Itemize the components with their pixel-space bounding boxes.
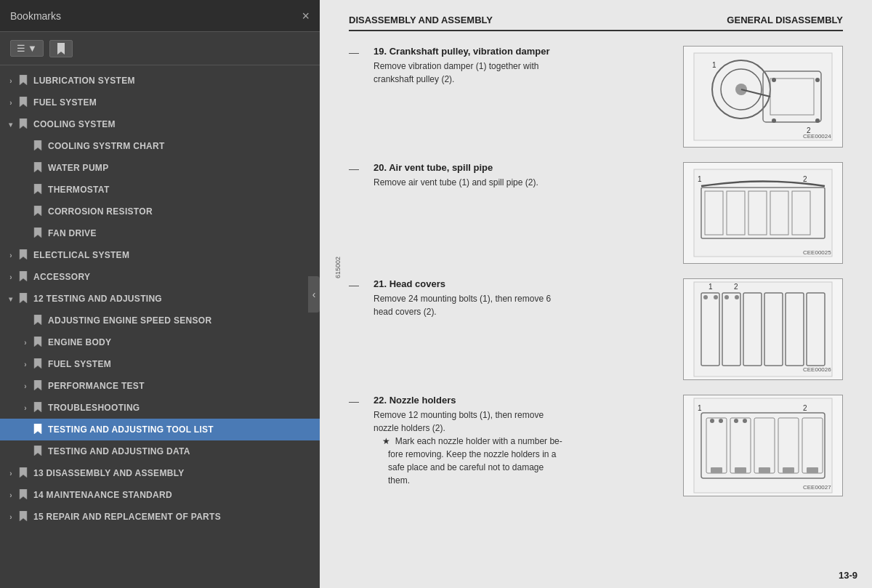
sidebar-item-disassembly[interactable]: 13 DISASSEMBLY AND ASSEMBLY: [0, 462, 320, 484]
sidebar-item-water-pump[interactable]: WATER PUMP: [0, 157, 320, 179]
expand-arrow-fuel-system-1: [6, 97, 16, 108]
svg-point-12: [815, 118, 820, 123]
sidebar-item-label-fuel-system-1: FUEL SYSTEM: [33, 97, 97, 108]
sidebar-item-accessory[interactable]: ACCESSORY: [0, 266, 320, 288]
svg-text:1: 1: [708, 283, 713, 291]
collapse-handle[interactable]: [308, 276, 320, 313]
sidebar-item-fuel-system-1[interactable]: FUEL SYSTEM: [0, 92, 320, 113]
sidebar-item-corrosion[interactable]: CORROSION RESISTOR: [0, 201, 320, 222]
section-21: — 21. Head covers Remove 24 mounting bol…: [349, 278, 843, 380]
sidebar-item-tool-list[interactable]: TESTING AND ADJUSTING TOOL LIST: [0, 419, 320, 440]
expand-arrow-lubrication: [6, 76, 16, 86]
svg-rect-48: [783, 467, 794, 473]
bookmark-icon-maintenance: [19, 489, 29, 501]
dash-20: —: [349, 162, 359, 175]
svg-point-10: [815, 78, 820, 82]
sidebar-item-label-disassembly: 13 DISASSEMBLY AND ASSEMBLY: [33, 468, 185, 478]
section-20-image: 2 1 CEE00025: [683, 162, 843, 264]
sidebar-item-performance[interactable]: PERFORMANCE TEST: [0, 375, 320, 397]
svg-rect-45: [711, 467, 722, 473]
expand-arrow-fuel-system-2: [20, 359, 31, 369]
expand-arrow-thermostat: [20, 185, 31, 195]
svg-rect-49: [807, 467, 818, 473]
svg-rect-46: [735, 467, 746, 473]
svg-text:CEE00024: CEE00024: [803, 133, 831, 140]
sidebar-item-fan-drive[interactable]: FAN DRIVE: [0, 222, 320, 244]
sidebar-item-thermostat[interactable]: THERMOSTAT: [0, 179, 320, 201]
sidebar-toolbar: ☰ ▼: [0, 32, 320, 65]
expand-arrow-cooling: [6, 119, 16, 129]
svg-point-33: [724, 295, 729, 299]
dash-22: —: [349, 395, 359, 408]
bookmark-icon-fuel-system-2: [33, 358, 44, 370]
bookmark-view-button[interactable]: [49, 40, 73, 57]
bookmark-icon-performance: [33, 380, 44, 392]
bookmark-icon-troubleshooting: [33, 402, 44, 414]
expand-arrow-accessory: [6, 272, 16, 282]
svg-rect-14: [694, 169, 832, 257]
bookmark-icon-fuel-system-1: [19, 97, 29, 108]
sidebar: Bookmarks × ☰ ▼ LUBRICATION SYSTEMFUEL S…: [0, 0, 320, 588]
dash-19: —: [349, 46, 359, 59]
section-22-desc: Remove 12 mounting bolts (1), then remov…: [374, 408, 669, 487]
svg-rect-47: [759, 467, 770, 473]
sidebar-item-lubrication[interactable]: LUBRICATION SYSTEM: [0, 70, 320, 92]
doc-header-left: DISASSEMBLY AND ASSEMBLY: [349, 15, 493, 25]
section-21-desc: Remove 24 mounting bolts (1), then remov…: [374, 292, 669, 318]
sidebar-item-label-fuel-system-2: FUEL SYSTEM: [48, 359, 111, 369]
bookmark-icon-corrosion: [33, 206, 44, 217]
sidebar-item-adj-engine-speed[interactable]: ADJUSTING ENGINE SPEED SENSOR: [0, 310, 320, 331]
svg-text:2: 2: [803, 175, 807, 183]
sidebar-item-testing[interactable]: 12 TESTING AND ADJUSTING: [0, 288, 320, 310]
svg-text:CEE00026: CEE00026: [803, 366, 831, 373]
svg-text:CEE00025: CEE00025: [803, 249, 831, 256]
expand-arrow-adj-data: [20, 446, 31, 456]
svg-point-11: [772, 118, 776, 123]
sidebar-item-label-testing: 12 TESTING AND ADJUSTING: [33, 294, 162, 304]
sidebar-item-cooling-chart[interactable]: COOLING SYSTRM CHART: [0, 135, 320, 157]
section-19-text: 19. Crankshaft pulley, vibration damper …: [374, 46, 669, 86]
section-20-text: 20. Air vent tube, spill pipe Remove air…: [374, 162, 669, 189]
section-19-desc: Remove vibration damper (1) together wit…: [374, 60, 669, 86]
sidebar-content[interactable]: LUBRICATION SYSTEMFUEL SYSTEMCOOLING SYS…: [0, 65, 320, 588]
section-22-illustration: 1 2 CEE00027: [690, 395, 836, 496]
sidebar-item-repair[interactable]: 15 REPAIR AND REPLACEMENT OF PARTS: [0, 506, 320, 528]
sidebar-item-engine-body[interactable]: ENGINE BODY: [0, 331, 320, 353]
sidebar-item-maintenance[interactable]: 14 MAINTENAANCE STANDARD: [0, 484, 320, 506]
expand-arrow-tool-list: [20, 424, 31, 435]
svg-text:2: 2: [803, 404, 807, 412]
bookmark-icon-cooling: [19, 118, 29, 130]
bookmark-icon-engine-body: [33, 337, 44, 348]
svg-point-34: [735, 295, 739, 299]
sidebar-item-troubleshooting[interactable]: TROUBLESHOOTING: [0, 397, 320, 419]
section-20-desc: Remove air vent tube (1) and spill pipe …: [374, 176, 669, 189]
sidebar-item-adj-data[interactable]: TESTING AND ADJUSTING DATA: [0, 440, 320, 462]
sidebar-item-label-accessory: ACCESSORY: [33, 272, 90, 282]
sidebar-item-electrical[interactable]: ELECTLICAL SYSTEM: [0, 244, 320, 266]
sidebar-title: Bookmarks: [10, 10, 61, 22]
expand-arrow-maintenance: [6, 490, 16, 500]
section-22: — 22. Nozzle holders Remove 12 mounting …: [349, 395, 843, 496]
side-label: 615002: [334, 257, 342, 278]
sidebar-header: Bookmarks ×: [0, 0, 320, 32]
section-19-title: 19. Crankshaft pulley, vibration damper: [374, 46, 669, 57]
list-view-button[interactable]: ☰ ▼: [10, 40, 44, 57]
expand-arrow-engine-body: [20, 337, 31, 347]
sidebar-item-fuel-system-2[interactable]: FUEL SYSTEM: [0, 353, 320, 375]
page-number: 13-9: [839, 570, 857, 581]
section-19-illustration: 1 2 CEE00024: [690, 49, 836, 144]
sidebar-item-label-adj-data: TESTING AND ADJUSTING DATA: [48, 446, 190, 456]
expand-arrow-water-pump: [20, 163, 31, 173]
close-button[interactable]: ×: [302, 9, 310, 23]
section-22-title: 22. Nozzle holders: [374, 395, 669, 406]
section-22-image: 1 2 CEE00027: [683, 395, 843, 496]
section-21-illustration: 2 1 CEE00026: [690, 278, 836, 380]
expand-arrow-electrical: [6, 250, 16, 260]
bookmark-icon-tool-list: [33, 424, 44, 435]
sidebar-item-cooling[interactable]: COOLING SYSTEM: [0, 113, 320, 135]
bookmark-icon-cooling-chart: [33, 140, 44, 152]
sidebar-item-label-corrosion: CORROSION RESISTOR: [48, 206, 153, 217]
sidebar-item-label-tool-list: TESTING AND ADJUSTING TOOL LIST: [48, 424, 214, 435]
sidebar-item-label-cooling: COOLING SYSTEM: [33, 119, 116, 129]
bookmark-icon-adj-data: [33, 446, 44, 457]
